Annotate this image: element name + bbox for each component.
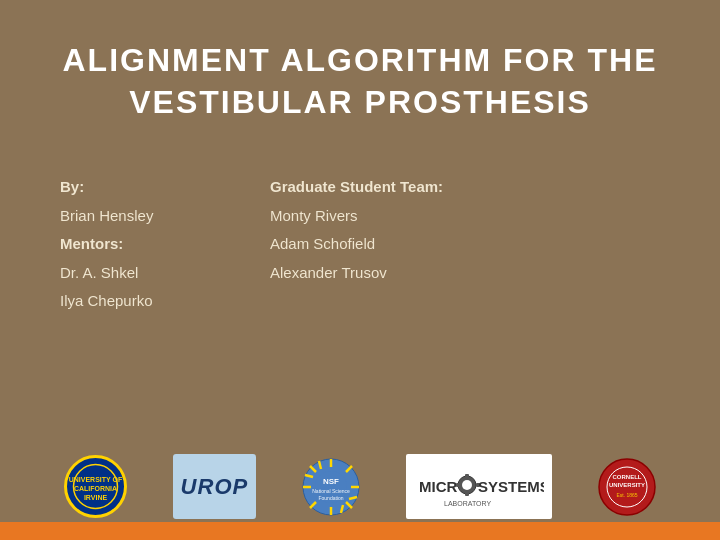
content-area: By: Brian Hensley Mentors: Dr. A. Shkel … xyxy=(0,143,720,450)
svg-text:IRVINE: IRVINE xyxy=(83,494,107,501)
svg-text:UNIVERSITY OF: UNIVERSITY OF xyxy=(68,476,122,483)
svg-text:UNIVERSITY: UNIVERSITY xyxy=(609,482,645,488)
svg-text:Foundation: Foundation xyxy=(319,495,344,501)
svg-text:SYSTEMS: SYSTEMS xyxy=(478,478,544,495)
left-column: By: Brian Hensley Mentors: Dr. A. Shkel … xyxy=(60,173,260,440)
by-label: By: xyxy=(60,173,260,202)
logos-area: UNIVERSITY OF CALIFORNIA IRVINE UROP xyxy=(0,450,720,540)
author-name: Brian Hensley xyxy=(60,202,260,231)
svg-text:MICR: MICR xyxy=(419,478,457,495)
mentors-label: Mentors: xyxy=(60,230,260,259)
svg-text:LABORATORY: LABORATORY xyxy=(444,500,491,507)
microsystems-logo: MICR SYSTEMS LABORATORY xyxy=(406,454,552,519)
mentor2-name: Ilya Chepurko xyxy=(60,287,260,316)
slide-title: ALIGNMENT ALGORITHM FOR THE VESTIBULAR P… xyxy=(60,40,660,123)
nsf-logo: NSF National Science Foundation xyxy=(301,457,361,517)
urop-logo: UROP xyxy=(173,454,257,519)
svg-text:Est. 1865: Est. 1865 xyxy=(617,492,638,498)
team-label: Graduate Student Team: xyxy=(270,173,660,202)
team-member3: Alexander Trusov xyxy=(270,259,660,288)
bottom-bar: UNIVERSITY OF CALIFORNIA IRVINE UROP xyxy=(0,450,720,540)
uci-logo: UNIVERSITY OF CALIFORNIA IRVINE xyxy=(63,454,128,519)
mentor1-name: Dr. A. Shkel xyxy=(60,259,260,288)
slide: ALIGNMENT ALGORITHM FOR THE VESTIBULAR P… xyxy=(0,0,720,540)
svg-text:CALIFORNIA: CALIFORNIA xyxy=(73,485,116,492)
title-area: ALIGNMENT ALGORITHM FOR THE VESTIBULAR P… xyxy=(0,0,720,143)
team-member2: Adam Schofield xyxy=(270,230,660,259)
svg-rect-27 xyxy=(465,492,469,496)
cornell-logo: CORNELL UNIVERSITY Est. 1865 xyxy=(597,457,657,517)
svg-point-25 xyxy=(462,480,472,490)
svg-text:CORNELL: CORNELL xyxy=(613,474,642,480)
svg-rect-26 xyxy=(465,474,469,478)
right-column: Graduate Student Team: Monty Rivers Adam… xyxy=(260,173,660,440)
svg-rect-29 xyxy=(456,483,460,487)
urop-text: UROP xyxy=(181,474,249,500)
svg-text:NSF: NSF xyxy=(323,477,339,486)
team-member1: Monty Rivers xyxy=(270,202,660,231)
svg-text:National Science: National Science xyxy=(312,488,350,494)
